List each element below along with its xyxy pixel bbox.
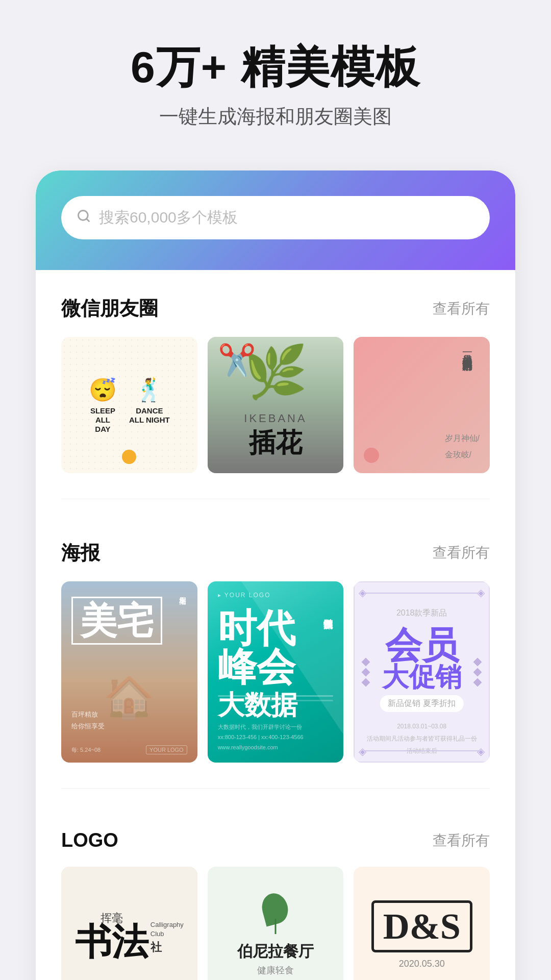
dance-character: 🕺 DANCEALL NIGHT <box>129 377 170 434</box>
search-placeholder-text: 搜索60,000多个模板 <box>99 207 238 228</box>
poster1-logo: YOUR LOGO <box>146 745 187 754</box>
poster-section-header: 海报 查看所有 <box>61 540 490 566</box>
poster-section: 海报 查看所有 尽美宅在家用宅周 美宅 百坪精放 给你恒享受 <box>36 514 515 773</box>
svg-line-1 <box>86 219 89 222</box>
wechat-section: 微信朋友圈 查看所有 😴 SLEEPALLDAY 🕺 <box>36 270 515 483</box>
ikebana-cn: 插花 <box>208 425 344 461</box>
poster3-title1: 会员 <box>365 627 479 664</box>
card1-badge <box>122 450 136 464</box>
dance-label: DANCEALL NIGHT <box>129 406 170 425</box>
calligraphy-she: 社 <box>151 940 184 955</box>
logo-template-1[interactable]: 挥毫 书法 Calligraphy Club 社 <box>61 867 197 980</box>
wechat-section-title: 微信朋友圈 <box>61 296 158 322</box>
poster3-sub: 新品促销 夏季折扣 <box>380 695 463 712</box>
poster3-year: 2018款季新品 <box>365 608 479 619</box>
poster3-promo1: 2018.03.01~03.08 <box>365 720 479 732</box>
wechat-template-2[interactable]: 🌿 ✂️ IKEBANA 插花 <box>208 337 344 473</box>
logo-section-header: LOGO 查看所有 <box>61 829 490 851</box>
poster1-title: 美宅 <box>71 597 162 645</box>
poster-template-3[interactable]: ◈ ◈ ◈ ◈ 2018款季新品 会员 大促销 新品促销 夏季折扣 <box>354 581 490 763</box>
poster-template-grid: 尽美宅在家用宅周 美宅 百坪精放 给你恒享受 每: 5.24~08 YOUR L… <box>61 581 490 763</box>
wechat-section-header: 微信朋友圈 查看所有 <box>61 296 490 322</box>
poster1-detail2: 给你恒享受 <box>71 720 105 732</box>
restaurant-sub: 健康轻食 <box>237 964 314 976</box>
wechat-view-all[interactable]: 查看所有 <box>433 299 490 318</box>
dance-emoji: 🕺 <box>135 377 163 403</box>
poster-template-2[interactable]: ▸ YOUR LOGO 引领科技潮流 时代峰会 大数据 <box>208 581 344 763</box>
poster2-desc2: xx:800-123-456 | xx:400-123-4566 <box>218 732 334 743</box>
logo-view-all[interactable]: 查看所有 <box>433 831 490 850</box>
sleep-character: 😴 SLEEPALLDAY <box>89 377 117 434</box>
poster1-detail1: 百坪精放 <box>71 708 105 720</box>
wechat-template-3[interactable]: 岁月是一场 向去无回的旅行 路的桥的都是风景 岁月神仙/ 金玫岐/ <box>354 337 490 473</box>
ds-date: 2020.05.30 <box>399 959 445 969</box>
search-bar[interactable]: 搜索60,000多个模板 <box>61 196 490 239</box>
wechat-template-grid: 😴 SLEEPALLDAY 🕺 DANCEALL NIGHT <box>61 337 490 473</box>
logo-template-3[interactable]: D&S 2020.05.30 <box>354 867 490 980</box>
search-header: 搜索60,000多个模板 <box>36 170 515 270</box>
poster-view-all[interactable]: 查看所有 <box>433 543 490 562</box>
poem-author2: 金玫岐/ <box>445 447 480 463</box>
sleep-label: SLEEPALLDAY <box>90 406 115 434</box>
wechat-template-1[interactable]: 😴 SLEEPALLDAY 🕺 DANCEALL NIGHT <box>61 337 197 473</box>
poster3-title2: 大促销 <box>365 664 479 690</box>
app-card: 搜索60,000多个模板 微信朋友圈 查看所有 😴 SLEEPALLDAY <box>36 170 515 980</box>
restaurant-name: 伯尼拉餐厅 <box>237 941 314 962</box>
poster-template-1[interactable]: 尽美宅在家用宅周 美宅 百坪精放 给你恒享受 每: 5.24~08 YOUR L… <box>61 581 197 763</box>
logo-section: LOGO 查看所有 挥毫 书法 Calligraphy Club 社 <box>36 804 515 980</box>
poster-section-title: 海报 <box>61 540 100 566</box>
hero-subtitle: 一键生成海报和朋友圈美图 <box>31 104 520 130</box>
poem-author1: 岁月神仙/ <box>445 430 480 447</box>
ikebana-en: IKEBANA <box>208 412 344 425</box>
poster2-desc1: 大数据时代，我们开辟学讨论一份 <box>218 722 334 732</box>
calligraphy-main: 书法 <box>75 926 148 959</box>
hero-section: 6万+ 精美模板 一键生成海报和朋友圈美图 <box>0 0 551 150</box>
logo-template-grid: 挥毫 书法 Calligraphy Club 社 <box>61 867 490 980</box>
poster3-promo2: 活动期间凡活动参与者皆可获得礼品一份 <box>365 732 479 745</box>
logo-template-2[interactable]: 伯尼拉餐厅 健康轻食 <box>208 867 344 980</box>
ds-letters: D&S <box>371 900 472 952</box>
search-icon <box>77 209 91 227</box>
hero-title: 6万+ 精美模板 <box>31 41 520 93</box>
calligraphy-en2: Club <box>151 929 184 939</box>
logo-section-title: LOGO <box>61 829 118 851</box>
sleep-emoji: 😴 <box>89 377 117 403</box>
poster2-url: www.reallygoodsite.com <box>218 743 334 753</box>
calligraphy-en1: Calligraphy <box>151 920 184 929</box>
